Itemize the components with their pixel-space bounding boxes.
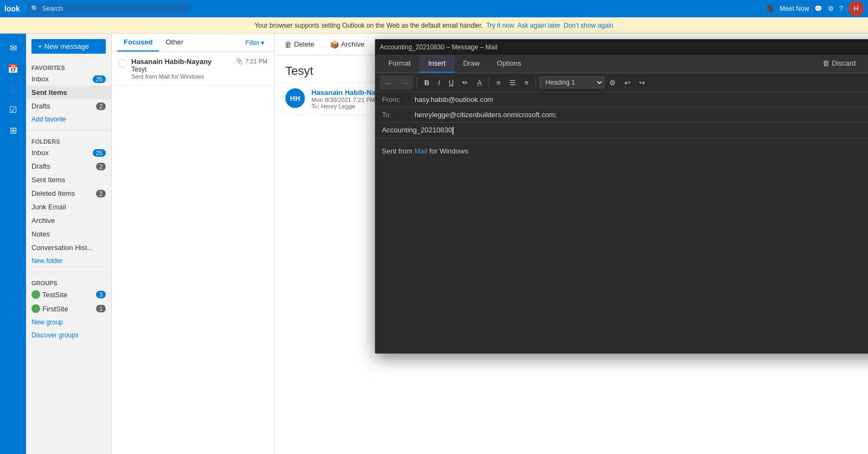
groups-section: Groups TestSite 3 FirstSite 1 New group … xyxy=(26,274,111,344)
tab-focused[interactable]: Focused xyxy=(117,34,159,52)
favorites-section: Favorites Inbox 25 Sent Items Drafts 2 A… xyxy=(26,59,111,128)
to-field[interactable]: To: henrylegge@citizenbuilders.onmicroso… xyxy=(375,107,868,123)
email-select-radio[interactable] xyxy=(118,59,127,68)
mail-link[interactable]: Mail xyxy=(414,147,427,155)
sidebar-item-folder-sent[interactable]: Sent Items xyxy=(26,173,111,187)
people-icon[interactable]: 👤 xyxy=(3,79,23,99)
email-list-item[interactable]: Hasanain Habib-Nayany 📎 7:21 PM Tesyt Se… xyxy=(112,52,274,86)
left-icon-column: ✉ 📅 👤 ☑ ⊞ xyxy=(0,34,26,454)
plus-icon: + xyxy=(38,42,42,50)
underline-button[interactable]: U xyxy=(445,76,457,89)
tab-draw[interactable]: Draw xyxy=(455,55,488,73)
sidebar-item-fav-drafts[interactable]: Drafts 2 xyxy=(26,99,111,113)
sidebar-item-testsite[interactable]: TestSite 3 xyxy=(26,287,111,302)
sidebar-item-fav-sent[interactable]: Sent Items xyxy=(26,86,111,99)
discard-icon: 🗑 xyxy=(822,59,829,67)
sidebar-item-firstsite[interactable]: FirstSite 1 xyxy=(26,302,111,316)
attachment-icon: 📎 xyxy=(235,57,243,65)
search-bar[interactable]: 🔍 xyxy=(27,3,189,15)
heading-select[interactable]: Heading 1 Heading 2 Heading 3 Normal xyxy=(539,76,604,88)
sidebar-item-folder-inbox[interactable]: Inbox 25 xyxy=(26,146,111,159)
modal-toolbar: — — B I U ✏ A ≡ ☰ ≡ Heading 1 xyxy=(375,73,868,92)
new-group-link[interactable]: New group xyxy=(26,316,111,329)
groups-label: Groups xyxy=(26,277,111,287)
meet-now-label[interactable]: Meet Now xyxy=(780,5,809,12)
align-button[interactable]: ≡ xyxy=(521,76,533,89)
main-layout: ✉ 📅 👤 ☑ ⊞ + New message Favorites Inbox … xyxy=(0,34,868,454)
toolbar-separator-2 xyxy=(489,77,489,88)
modal-tabs: Format Insert Draw Options 🗑 Discard ➤ S… xyxy=(375,55,868,73)
sidebar-item-folder-notes[interactable]: Notes xyxy=(26,227,111,241)
help-icon[interactable]: ? xyxy=(839,5,843,12)
font-size-selector[interactable]: — xyxy=(397,76,412,88)
favorites-label: Favorites xyxy=(26,61,111,72)
sidebar-item-folder-drafts[interactable]: Drafts 2 xyxy=(26,159,111,173)
top-bar-right: 🎥 Meet Now 💬 ⚙ ? H xyxy=(766,1,864,16)
search-input[interactable] xyxy=(42,5,173,12)
filter-button[interactable]: Filter ▾ xyxy=(241,37,269,49)
group-avatar-firstsite xyxy=(31,304,40,313)
discard-button[interactable]: 🗑 Discard xyxy=(814,55,864,73)
folders-label: Folders xyxy=(26,135,111,146)
apps-icon[interactable]: ⊞ xyxy=(3,120,23,140)
sidebar-item-folder-archive[interactable]: Archive xyxy=(26,214,111,227)
top-bar: look 🔍 🎥 Meet Now 💬 ⚙ ? H xyxy=(0,0,868,17)
font-family-selector[interactable]: — xyxy=(381,76,396,88)
app-logo: look xyxy=(4,4,20,13)
numbered-list-button[interactable]: ☰ xyxy=(506,76,520,89)
sidebar-item-folder-conv[interactable]: Conversation Hist... xyxy=(26,241,111,254)
italic-button[interactable]: I xyxy=(434,76,444,89)
tasks-icon[interactable]: ☑ xyxy=(3,100,23,119)
tab-options[interactable]: Options xyxy=(488,55,530,73)
tab-other[interactable]: Other xyxy=(159,34,190,52)
modal-titlebar: Accounting_20210830 – Message – Mail – □… xyxy=(375,40,868,55)
tab-format[interactable]: Format xyxy=(380,55,419,73)
compose-modal: Accounting_20210830 – Message – Mail – □… xyxy=(375,39,868,354)
sidebar-item-fav-inbox[interactable]: Inbox 25 xyxy=(26,72,111,86)
modal-overlay: Accounting_20210830 – Message – Mail – □… xyxy=(275,34,868,454)
toolbar-separator-3 xyxy=(535,77,536,88)
toolbar-separator-1 xyxy=(417,77,417,88)
settings-icon[interactable]: ⚙ xyxy=(828,5,834,12)
middle-tabs: Focused Other Filter ▾ xyxy=(112,34,274,52)
highlight-button[interactable]: ✏ xyxy=(458,76,472,89)
discover-groups-link[interactable]: Discover groups xyxy=(26,329,111,342)
toolbar-undo-button[interactable]: ↩ xyxy=(621,76,634,89)
from-field: From: hasy.habib@outlook.com ▾ xyxy=(375,92,868,107)
bullet-list-button[interactable]: ≡ xyxy=(493,76,505,89)
middle-panel: Focused Other Filter ▾ Hasanain Habib-Na… xyxy=(112,34,275,454)
modal-title: Accounting_20210830 – Message – Mail xyxy=(380,43,497,51)
cursor xyxy=(452,127,454,135)
add-favorite-link[interactable]: Add favorite xyxy=(26,113,111,126)
sidebar-item-folder-junk[interactable]: Junk Email xyxy=(26,200,111,214)
compose-content[interactable]: Sent from Mail for Windows xyxy=(375,138,868,353)
modal-body: From: hasy.habib@outlook.com ▾ To: henry… xyxy=(375,92,868,353)
sidebar-item-folder-deleted[interactable]: Deleted Items 2 xyxy=(26,187,111,200)
email-item-content: Hasanain Habib-Nayany 📎 7:21 PM Tesyt Se… xyxy=(131,57,267,80)
notification-text: Your browser supports setting Outlook on… xyxy=(254,22,483,29)
sidebar: + New message Favorites Inbox 25 Sent It… xyxy=(26,34,112,454)
toolbar-settings-button[interactable]: ⚙ xyxy=(605,76,620,89)
calendar-icon[interactable]: 📅 xyxy=(3,59,23,78)
mail-icon[interactable]: ✉ xyxy=(3,38,23,57)
video-icon: 🎥 xyxy=(766,5,774,12)
dont-show-link[interactable]: Don't show again xyxy=(564,22,614,29)
toolbar-redo-button[interactable]: ↪ xyxy=(635,76,649,89)
email-list: Hasanain Habib-Nayany 📎 7:21 PM Tesyt Se… xyxy=(112,52,274,454)
avatar[interactable]: H xyxy=(848,1,864,16)
new-message-button[interactable]: + New message xyxy=(31,39,106,54)
bold-button[interactable]: B xyxy=(420,76,433,89)
body-text: Sent from Mail for Windows xyxy=(382,147,868,155)
subject-field[interactable]: Accounting_20210830 xyxy=(375,123,868,138)
group-avatar-testsite xyxy=(31,290,40,299)
send-button[interactable]: ➤ Send xyxy=(864,55,868,73)
font-color-button[interactable]: A xyxy=(473,76,486,89)
sidebar-divider-2 xyxy=(26,272,111,272)
ask-again-link[interactable]: Ask again later xyxy=(518,22,560,29)
sidebar-divider-1 xyxy=(26,130,111,131)
try-it-link[interactable]: Try it now xyxy=(486,22,514,29)
folders-section: Folders Inbox 25 Drafts 2 Sent Items Del… xyxy=(26,133,111,270)
new-folder-link[interactable]: New folder xyxy=(26,254,111,267)
notification-bar: Your browser supports setting Outlook on… xyxy=(0,17,868,34)
tab-insert[interactable]: Insert xyxy=(419,55,455,73)
